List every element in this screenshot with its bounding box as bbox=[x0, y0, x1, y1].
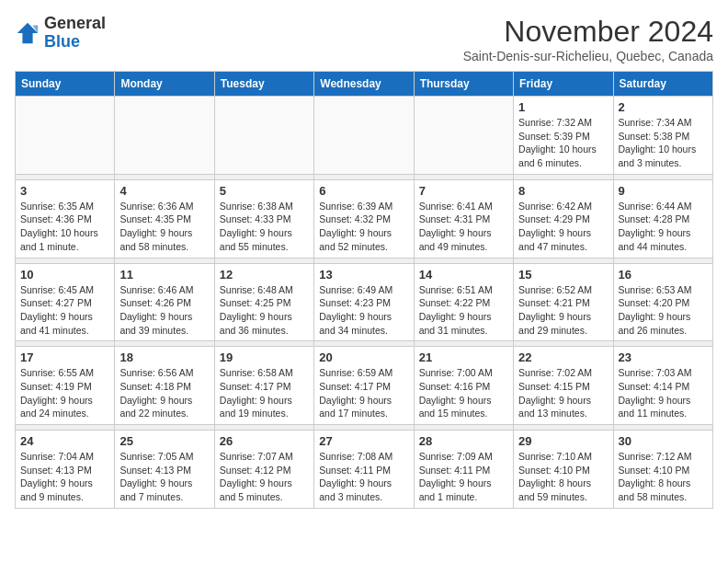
calendar-cell: 23Sunrise: 7:03 AM Sunset: 4:14 PM Dayli… bbox=[613, 347, 712, 425]
week-row-5: 24Sunrise: 7:04 AM Sunset: 4:13 PM Dayli… bbox=[16, 431, 713, 509]
calendar-cell: 12Sunrise: 6:48 AM Sunset: 4:25 PM Dayli… bbox=[214, 263, 313, 341]
calendar-cell: 14Sunrise: 6:51 AM Sunset: 4:22 PM Dayli… bbox=[414, 263, 513, 341]
day-number: 20 bbox=[319, 350, 408, 364]
day-info: Sunrise: 6:36 AM Sunset: 4:35 PM Dayligh… bbox=[119, 200, 209, 254]
day-number: 24 bbox=[20, 434, 109, 448]
calendar-cell: 21Sunrise: 7:00 AM Sunset: 4:16 PM Dayli… bbox=[414, 347, 513, 425]
week-row-1: 1Sunrise: 7:32 AM Sunset: 5:39 PM Daylig… bbox=[16, 97, 713, 175]
day-info: Sunrise: 6:48 AM Sunset: 4:25 PM Dayligh… bbox=[220, 283, 309, 338]
day-number: 23 bbox=[619, 350, 708, 364]
calendar-cell: 15Sunrise: 6:52 AM Sunset: 4:21 PM Dayli… bbox=[514, 263, 613, 341]
calendar-cell bbox=[16, 97, 115, 175]
calendar-cell: 11Sunrise: 6:46 AM Sunset: 4:26 PM Dayli… bbox=[115, 263, 214, 341]
calendar-cell: 30Sunrise: 7:12 AM Sunset: 4:10 PM Dayli… bbox=[613, 431, 712, 509]
logo: General Blue bbox=[15, 15, 106, 52]
calendar-cell: 1Sunrise: 7:32 AM Sunset: 5:39 PM Daylig… bbox=[514, 97, 613, 175]
logo-icon bbox=[15, 20, 40, 46]
day-info: Sunrise: 6:39 AM Sunset: 4:32 PM Dayligh… bbox=[319, 200, 408, 254]
day-info: Sunrise: 6:45 AM Sunset: 4:27 PM Dayligh… bbox=[20, 283, 109, 338]
day-info: Sunrise: 6:52 AM Sunset: 4:21 PM Dayligh… bbox=[518, 283, 608, 338]
calendar-cell bbox=[115, 97, 214, 175]
title-block: November 2024 Saint-Denis-sur-Richelieu,… bbox=[463, 15, 713, 63]
weekday-monday: Monday bbox=[115, 72, 214, 97]
calendar-cell: 10Sunrise: 6:45 AM Sunset: 4:27 PM Dayli… bbox=[16, 263, 115, 341]
day-number: 9 bbox=[619, 184, 708, 198]
week-row-4: 17Sunrise: 6:55 AM Sunset: 4:19 PM Dayli… bbox=[16, 347, 713, 425]
day-number: 28 bbox=[419, 434, 508, 448]
calendar-cell: 19Sunrise: 6:58 AM Sunset: 4:17 PM Dayli… bbox=[214, 347, 313, 425]
calendar-cell: 18Sunrise: 6:56 AM Sunset: 4:18 PM Dayli… bbox=[115, 347, 214, 425]
calendar-table: SundayMondayTuesdayWednesdayThursdayFrid… bbox=[15, 71, 713, 509]
day-info: Sunrise: 7:34 AM Sunset: 5:38 PM Dayligh… bbox=[619, 116, 708, 170]
day-number: 14 bbox=[419, 268, 508, 282]
day-number: 17 bbox=[20, 350, 109, 364]
month-title: November 2024 bbox=[463, 15, 713, 49]
weekday-wednesday: Wednesday bbox=[314, 72, 414, 97]
calendar-cell bbox=[314, 97, 414, 175]
calendar-cell: 26Sunrise: 7:07 AM Sunset: 4:12 PM Dayli… bbox=[214, 431, 313, 509]
day-number: 5 bbox=[220, 184, 309, 198]
calendar-cell: 9Sunrise: 6:44 AM Sunset: 4:28 PM Daylig… bbox=[613, 179, 712, 258]
week-row-3: 10Sunrise: 6:45 AM Sunset: 4:27 PM Dayli… bbox=[16, 263, 713, 341]
day-info: Sunrise: 7:09 AM Sunset: 4:11 PM Dayligh… bbox=[419, 450, 508, 504]
day-info: Sunrise: 7:03 AM Sunset: 4:14 PM Dayligh… bbox=[619, 366, 708, 420]
calendar-cell: 24Sunrise: 7:04 AM Sunset: 4:13 PM Dayli… bbox=[16, 431, 115, 509]
day-info: Sunrise: 6:35 AM Sunset: 4:36 PM Dayligh… bbox=[20, 200, 109, 254]
day-number: 12 bbox=[220, 268, 309, 282]
day-number: 25 bbox=[119, 434, 209, 448]
calendar-cell: 3Sunrise: 6:35 AM Sunset: 4:36 PM Daylig… bbox=[16, 179, 115, 258]
weekday-sunday: Sunday bbox=[16, 72, 115, 97]
location-subtitle: Saint-Denis-sur-Richelieu, Quebec, Canad… bbox=[463, 49, 713, 63]
day-number: 30 bbox=[619, 434, 708, 448]
calendar-cell: 29Sunrise: 7:10 AM Sunset: 4:10 PM Dayli… bbox=[514, 431, 613, 509]
day-number: 6 bbox=[319, 184, 408, 198]
day-info: Sunrise: 6:46 AM Sunset: 4:26 PM Dayligh… bbox=[119, 283, 209, 338]
day-info: Sunrise: 6:42 AM Sunset: 4:29 PM Dayligh… bbox=[518, 200, 608, 254]
calendar-cell: 27Sunrise: 7:08 AM Sunset: 4:11 PM Dayli… bbox=[314, 431, 414, 509]
calendar-cell bbox=[214, 97, 313, 175]
calendar-cell: 16Sunrise: 6:53 AM Sunset: 4:20 PM Dayli… bbox=[613, 263, 712, 341]
day-number: 7 bbox=[419, 184, 508, 198]
day-info: Sunrise: 6:58 AM Sunset: 4:17 PM Dayligh… bbox=[220, 366, 309, 420]
weekday-friday: Friday bbox=[514, 72, 613, 97]
day-number: 1 bbox=[518, 100, 608, 114]
day-number: 13 bbox=[319, 268, 408, 282]
weekday-tuesday: Tuesday bbox=[214, 72, 313, 97]
day-number: 26 bbox=[220, 434, 309, 448]
day-number: 2 bbox=[619, 100, 708, 114]
day-number: 8 bbox=[518, 184, 608, 198]
day-number: 19 bbox=[220, 350, 309, 364]
day-info: Sunrise: 6:49 AM Sunset: 4:23 PM Dayligh… bbox=[319, 283, 408, 338]
day-number: 18 bbox=[119, 350, 209, 364]
day-info: Sunrise: 7:05 AM Sunset: 4:13 PM Dayligh… bbox=[119, 450, 209, 504]
day-number: 27 bbox=[319, 434, 408, 448]
day-number: 4 bbox=[119, 184, 209, 198]
day-info: Sunrise: 6:38 AM Sunset: 4:33 PM Dayligh… bbox=[220, 200, 309, 254]
calendar-cell: 5Sunrise: 6:38 AM Sunset: 4:33 PM Daylig… bbox=[214, 179, 313, 258]
day-info: Sunrise: 7:07 AM Sunset: 4:12 PM Dayligh… bbox=[220, 450, 309, 504]
day-number: 16 bbox=[619, 268, 708, 282]
calendar-cell bbox=[414, 97, 513, 175]
week-row-2: 3Sunrise: 6:35 AM Sunset: 4:36 PM Daylig… bbox=[16, 179, 713, 258]
calendar-cell: 25Sunrise: 7:05 AM Sunset: 4:13 PM Dayli… bbox=[115, 431, 214, 509]
day-number: 3 bbox=[20, 184, 109, 198]
day-info: Sunrise: 7:08 AM Sunset: 4:11 PM Dayligh… bbox=[319, 450, 408, 504]
calendar-cell: 20Sunrise: 6:59 AM Sunset: 4:17 PM Dayli… bbox=[314, 347, 414, 425]
day-number: 21 bbox=[419, 350, 508, 364]
day-info: Sunrise: 7:12 AM Sunset: 4:10 PM Dayligh… bbox=[619, 450, 708, 504]
calendar-cell: 17Sunrise: 6:55 AM Sunset: 4:19 PM Dayli… bbox=[16, 347, 115, 425]
calendar-cell: 4Sunrise: 6:36 AM Sunset: 4:35 PM Daylig… bbox=[115, 179, 214, 258]
day-info: Sunrise: 6:44 AM Sunset: 4:28 PM Dayligh… bbox=[619, 200, 708, 254]
day-number: 10 bbox=[20, 268, 109, 282]
calendar-cell: 8Sunrise: 6:42 AM Sunset: 4:29 PM Daylig… bbox=[514, 179, 613, 258]
day-info: Sunrise: 7:00 AM Sunset: 4:16 PM Dayligh… bbox=[419, 366, 508, 420]
day-info: Sunrise: 6:56 AM Sunset: 4:18 PM Dayligh… bbox=[119, 366, 209, 420]
calendar-cell: 2Sunrise: 7:34 AM Sunset: 5:38 PM Daylig… bbox=[613, 97, 712, 175]
day-info: Sunrise: 6:41 AM Sunset: 4:31 PM Dayligh… bbox=[419, 200, 508, 254]
day-number: 22 bbox=[518, 350, 608, 364]
day-number: 11 bbox=[119, 268, 209, 282]
day-info: Sunrise: 6:55 AM Sunset: 4:19 PM Dayligh… bbox=[20, 366, 109, 420]
weekday-header-row: SundayMondayTuesdayWednesdayThursdayFrid… bbox=[16, 72, 713, 97]
day-info: Sunrise: 6:51 AM Sunset: 4:22 PM Dayligh… bbox=[419, 283, 508, 338]
day-info: Sunrise: 6:59 AM Sunset: 4:17 PM Dayligh… bbox=[319, 366, 408, 420]
